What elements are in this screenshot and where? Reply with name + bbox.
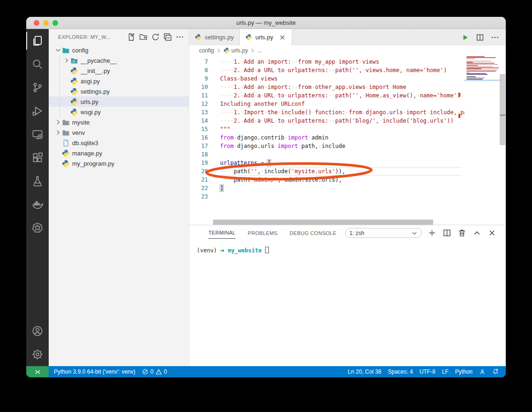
tree-item-label: asgi.py — [81, 78, 100, 85]
tree-item-urls.py[interactable]: urls.py — [49, 96, 189, 107]
indentation-status[interactable]: Spaces: 4 — [384, 366, 416, 377]
tree-item-label: my_program.py — [72, 160, 114, 167]
line-number: 18 — [189, 150, 208, 159]
tree-item-__init__.py[interactable]: __init__.py — [49, 66, 189, 76]
activity-kubernetes[interactable] — [26, 216, 49, 240]
file-tree: config__pycache____init__.pyasgi.pysetti… — [49, 45, 189, 366]
tab-label: urls.py — [255, 34, 273, 41]
tree-item-label: config — [72, 47, 89, 54]
close-window-button[interactable] — [34, 20, 39, 26]
code-line-8[interactable]: 8····2.·Add·a·URL·to·urlpatterns:··path(… — [189, 66, 506, 74]
activity-run-debug[interactable] — [26, 99, 49, 123]
tab-problems[interactable]: PROBLEMS — [248, 228, 278, 239]
activity-docker[interactable] — [26, 193, 49, 216]
tab-debug-console[interactable]: DEBUG CONSOLE — [290, 228, 337, 239]
activity-search[interactable] — [26, 52, 49, 76]
minimize-window-button[interactable] — [43, 20, 49, 26]
problems-status[interactable]: 0 0 — [139, 366, 170, 377]
python-icon — [70, 108, 78, 116]
tab-label: settings.py — [205, 34, 234, 41]
breadcrumb-urls-py[interactable]: urls.py — [231, 47, 248, 54]
explorer-actions — [127, 33, 184, 41]
shell-selector-dropdown[interactable]: 1: zsh — [345, 228, 422, 238]
line-number: 13 — [189, 108, 208, 117]
python-interpreter-status[interactable]: Python 3.9.0 64-bit ('venv': venv) — [49, 366, 139, 377]
tab-urls-py[interactable]: urls.py — [240, 29, 292, 45]
code-text: ····path('',·include('mysite.urls')), — [220, 167, 345, 176]
code-text: ····1.·Import·the·include()·function:·fr… — [220, 108, 474, 117]
tree-item-manage.py[interactable]: manage.py — [49, 148, 189, 158]
activity-remote-explorer[interactable] — [26, 123, 49, 146]
horizontal-scrollbar[interactable] — [213, 220, 433, 225]
code-line-23[interactable]: 23 — [189, 192, 506, 201]
refresh-icon[interactable] — [151, 33, 160, 41]
feedback-button[interactable] — [476, 366, 489, 377]
code-line-10[interactable]: 10····1.·Add·an·import:··from·other_app.… — [189, 83, 506, 91]
code-line-18[interactable]: 18 — [189, 150, 506, 159]
settings-icon — [32, 349, 43, 360]
terminal-prompt-arrow: ➜ — [220, 247, 224, 254]
close-panel-button[interactable] — [488, 228, 496, 237]
tree-item-__pycache__[interactable]: __pycache__ — [49, 55, 189, 66]
breadcrumb-symbol[interactable]: ... — [257, 47, 262, 54]
close-tab-icon[interactable] — [279, 34, 286, 41]
tree-item-settings.py[interactable]: settings.py — [49, 86, 189, 96]
collapse-folders-icon[interactable] — [163, 33, 172, 41]
window-controls — [34, 20, 58, 26]
terminal-content[interactable]: (venv)➜my_website — [189, 241, 506, 366]
code-line-22[interactable]: 22] — [189, 184, 506, 192]
notifications-button[interactable] — [489, 366, 502, 377]
more-actions-button[interactable] — [491, 33, 499, 42]
activity-accounts[interactable] — [26, 319, 49, 343]
tree-item-my_program.py[interactable]: my_program.py — [49, 158, 189, 169]
activity-settings[interactable] — [26, 343, 49, 366]
tree-item-asgi.py[interactable]: asgi.py — [49, 76, 189, 86]
activity-explorer[interactable] — [26, 29, 49, 52]
split-editor-button[interactable] — [476, 33, 484, 42]
run-python-file-button[interactable] — [461, 33, 469, 42]
tree-item-wsgi.py[interactable]: wsgi.py — [49, 107, 189, 117]
code-line-20[interactable]: 20····path('',·include('mysite.urls')), — [189, 167, 506, 176]
code-text: from·django.contrib·import·admin — [220, 133, 328, 142]
breadcrumb-config[interactable]: config — [199, 47, 214, 54]
tree-item-db.sqlite3[interactable]: db.sqlite3 — [49, 138, 189, 148]
code-line-7[interactable]: 7····1.·Add·an·import:··from·my_app·impo… — [189, 58, 506, 66]
line-number: 19 — [189, 159, 208, 167]
new-file-icon[interactable] — [127, 33, 135, 41]
tab-terminal[interactable]: TERMINAL — [208, 227, 236, 239]
code-text: ····2.·Add·a·URL·to·urlpatterns:··path('… — [220, 117, 454, 125]
activity-testing[interactable] — [26, 169, 49, 193]
folder-python-icon — [70, 57, 78, 64]
code-line-19[interactable]: 19urlpatterns·=·[ — [189, 159, 506, 167]
remote-indicator[interactable] — [26, 366, 49, 377]
code-line-9[interactable]: 9Class-based·views — [189, 74, 506, 83]
activity-source-control[interactable] — [26, 76, 49, 99]
zoom-window-button[interactable] — [52, 20, 58, 26]
more-icon[interactable] — [176, 33, 184, 41]
code-editor[interactable]: 6Function·views7····1.·Add·an·import:··f… — [189, 56, 506, 225]
folder-config-icon — [62, 46, 70, 54]
tab-settings-py[interactable]: settings.py — [189, 29, 240, 45]
maximize-panel-button[interactable] — [473, 228, 481, 237]
kill-terminal-button[interactable] — [458, 228, 466, 237]
eol-status[interactable]: LF — [439, 366, 452, 377]
new-folder-icon[interactable] — [139, 33, 148, 41]
code-line-17[interactable]: 17from·django.urls·import·path,·include — [189, 142, 506, 150]
tree-item-venv[interactable]: venv — [49, 127, 189, 138]
cursor-position-status[interactable]: Ln 20, Col 38 — [345, 366, 384, 377]
language-mode-status[interactable]: Python — [452, 366, 476, 377]
minimap[interactable] — [465, 56, 506, 225]
tree-item-config[interactable]: config — [49, 45, 189, 55]
python-icon — [62, 149, 70, 157]
vertical-scrollbar[interactable] — [500, 74, 505, 145]
new-terminal-button[interactable] — [428, 228, 436, 237]
code-line-15[interactable]: 15""" — [189, 125, 506, 133]
split-terminal-button[interactable] — [443, 228, 451, 237]
code-line-21[interactable]: 21····path('admin/',·admin.site.urls), — [189, 176, 506, 184]
code-line-12[interactable]: 12Including·another·URLconf — [189, 100, 506, 108]
code-line-16[interactable]: 16from·django.contrib·import·admin — [189, 133, 506, 142]
activity-extensions[interactable] — [26, 146, 49, 169]
title-bar[interactable]: urls.py — my_website — [26, 17, 506, 29]
encoding-status[interactable]: UTF-8 — [416, 366, 439, 377]
tree-item-mysite[interactable]: mysite — [49, 117, 189, 127]
